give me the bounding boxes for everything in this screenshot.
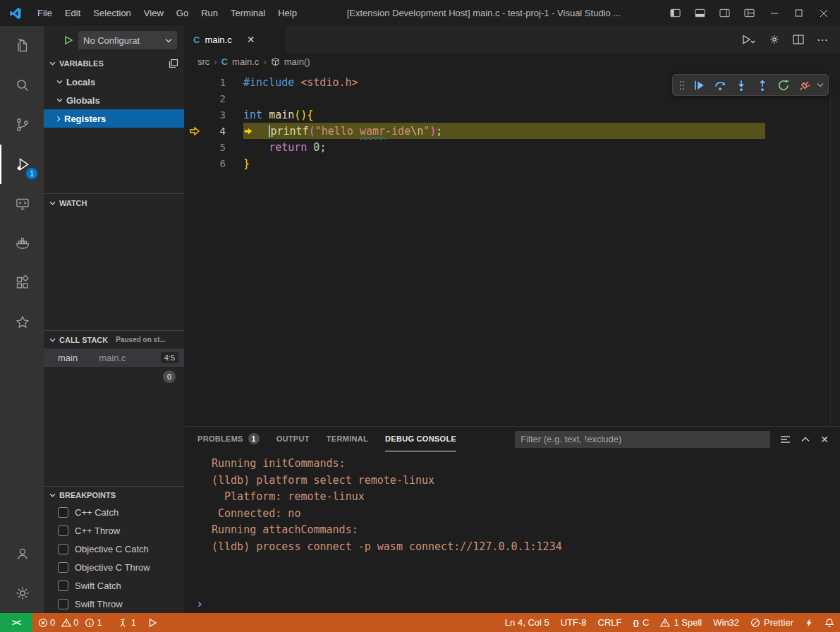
console-input-row[interactable]: › — [185, 595, 840, 613]
debug-sidebar: No Configurat VARIABLES Locals Gl — [44, 26, 185, 613]
menu-file[interactable]: File — [31, 0, 59, 26]
code-editor[interactable]: 1 #include <stdio.h> 2 3 int main(){ — [185, 71, 840, 426]
checkbox[interactable] — [58, 544, 68, 554]
tab-problems[interactable]: PROBLEMS 1 — [197, 427, 260, 451]
checkbox[interactable] — [58, 599, 68, 609]
step-out-icon[interactable] — [753, 76, 772, 95]
close-tab-icon[interactable]: ✕ — [247, 34, 255, 45]
minimize-icon[interactable] — [769, 8, 779, 18]
tab-main-c[interactable]: C main.c ✕ — [185, 26, 286, 53]
menu-view[interactable]: View — [138, 0, 170, 26]
breakpoints-section-header[interactable]: BREAKPOINTS — [44, 486, 184, 503]
explorer-icon[interactable] — [0, 26, 44, 66]
start-debugging-icon[interactable] — [63, 35, 73, 45]
toggle-panel-icon[interactable] — [695, 8, 705, 18]
close-panel-icon[interactable]: ✕ — [820, 434, 829, 445]
breakpoint-row[interactable]: C++ Catch — [44, 503, 184, 521]
code-token: ; — [319, 141, 326, 154]
variables-scope-globals[interactable]: Globals — [44, 91, 184, 109]
remote-explorer-icon[interactable] — [0, 184, 44, 224]
accounts-icon[interactable] — [0, 534, 44, 573]
spell-checker-status[interactable]: 1 Spell — [655, 613, 707, 632]
menu-edit[interactable]: Edit — [59, 0, 87, 26]
breakpoint-row[interactable]: C++ Throw — [44, 521, 184, 540]
formatter-status[interactable]: Prettier — [745, 613, 799, 632]
platform-status[interactable]: Win32 — [707, 613, 745, 632]
checkbox[interactable] — [58, 507, 68, 518]
menu-terminal[interactable]: Terminal — [224, 0, 272, 26]
code-token: 0 — [313, 141, 319, 154]
breakpoint-row[interactable]: Objective C Catch — [44, 540, 184, 558]
menu-go[interactable]: Go — [170, 0, 195, 26]
chevron-up-icon[interactable] — [801, 437, 810, 442]
checkbox[interactable] — [58, 525, 68, 536]
code-token — [307, 141, 313, 154]
breakpoint-row[interactable]: Swift Throw — [44, 595, 184, 613]
menu-help[interactable]: Help — [272, 0, 303, 26]
debug-settings-gear-icon[interactable] — [769, 34, 780, 45]
debug-console-output[interactable]: Running initCommands: (lldb) platform se… — [185, 451, 840, 595]
debug-configuration-select[interactable]: No Configurat — [78, 31, 177, 49]
breadcrumb-src[interactable]: src — [197, 56, 209, 67]
chevron-down-icon[interactable] — [817, 83, 824, 87]
call-stack-section-header[interactable]: CALL STACK Paused on st... — [44, 330, 184, 348]
stack-frame-row[interactable]: main main.c 4:5 — [44, 348, 184, 367]
drag-grip-icon[interactable] — [677, 80, 687, 91]
tab-debug-console[interactable]: DEBUG CONSOLE — [385, 427, 456, 451]
breadcrumb-symbol[interactable]: main() — [284, 56, 310, 67]
star-icon[interactable] — [0, 303, 44, 342]
step-into-icon[interactable] — [732, 76, 750, 95]
search-icon[interactable] — [0, 66, 44, 105]
checkbox[interactable] — [58, 562, 68, 573]
frame-function-name: main — [58, 353, 78, 363]
cursor-position-status[interactable]: Ln 4, Col 5 — [499, 613, 555, 632]
restart-icon[interactable] — [774, 76, 793, 95]
encoding-status[interactable]: UTF-8 — [555, 613, 592, 632]
debug-status[interactable] — [142, 613, 163, 632]
debug-alt-icon — [147, 618, 157, 628]
remote-indicator[interactable]: >< — [0, 613, 32, 632]
breakpoint-row[interactable]: Swift Catch — [44, 576, 184, 595]
breakpoint-row[interactable]: Objective C Throw — [44, 558, 184, 576]
debug-current-line-arrow-icon[interactable] — [185, 126, 205, 137]
settings-gear-icon[interactable] — [0, 573, 44, 613]
toggle-sidebar-icon[interactable] — [670, 8, 681, 18]
eol-status[interactable]: CRLF — [592, 613, 628, 632]
more-actions-icon[interactable]: ⋯ — [817, 33, 829, 47]
menu-run[interactable]: Run — [195, 0, 224, 26]
tab-output[interactable]: OUTPUT — [276, 427, 310, 451]
lightning-status[interactable] — [799, 613, 819, 632]
remote-icon: >< — [12, 618, 20, 628]
console-filter-input[interactable] — [515, 431, 770, 448]
editor-group: C main.c ✕ ⋯ — [185, 26, 840, 426]
collapse-lines-icon[interactable] — [780, 435, 791, 444]
collapse-all-icon[interactable] — [169, 59, 178, 68]
run-or-debug-icon[interactable] — [741, 34, 756, 45]
continue-icon[interactable] — [690, 76, 708, 95]
code-token: " — [423, 125, 430, 138]
language-mode-status[interactable]: {} C — [628, 613, 655, 632]
breadcrumb-file[interactable]: main.c — [232, 56, 259, 67]
menu-selection[interactable]: Selection — [87, 0, 137, 26]
toggle-secondary-sidebar-icon[interactable] — [719, 8, 730, 18]
extensions-icon[interactable] — [0, 263, 44, 303]
variables-section-header[interactable]: VARIABLES — [44, 54, 184, 73]
run-and-debug-icon[interactable]: 1 — [0, 145, 44, 184]
notifications-status[interactable] — [819, 613, 840, 632]
checkbox[interactable] — [58, 581, 68, 591]
docker-icon[interactable] — [0, 224, 44, 263]
source-control-icon[interactable] — [0, 105, 44, 145]
forwarded-ports-status[interactable]: 1 — [112, 613, 142, 632]
step-over-icon[interactable] — [711, 76, 729, 95]
problems-status[interactable]: 0 0 1 — [32, 613, 112, 632]
close-window-icon[interactable] — [818, 8, 829, 18]
watch-section-header[interactable]: WATCH — [44, 193, 184, 212]
customize-layout-icon[interactable] — [744, 8, 755, 18]
tab-terminal[interactable]: TERMINAL — [327, 427, 368, 451]
status-bar-right: Ln 4, Col 5 UTF-8 CRLF {} C 1 Spell Win3… — [499, 613, 840, 632]
disconnect-icon[interactable] — [796, 76, 814, 95]
variables-scope-locals[interactable]: Locals — [44, 73, 184, 91]
split-editor-icon[interactable] — [793, 35, 804, 44]
variables-scope-registers[interactable]: Registers — [44, 109, 184, 128]
maximize-icon[interactable] — [793, 8, 804, 18]
